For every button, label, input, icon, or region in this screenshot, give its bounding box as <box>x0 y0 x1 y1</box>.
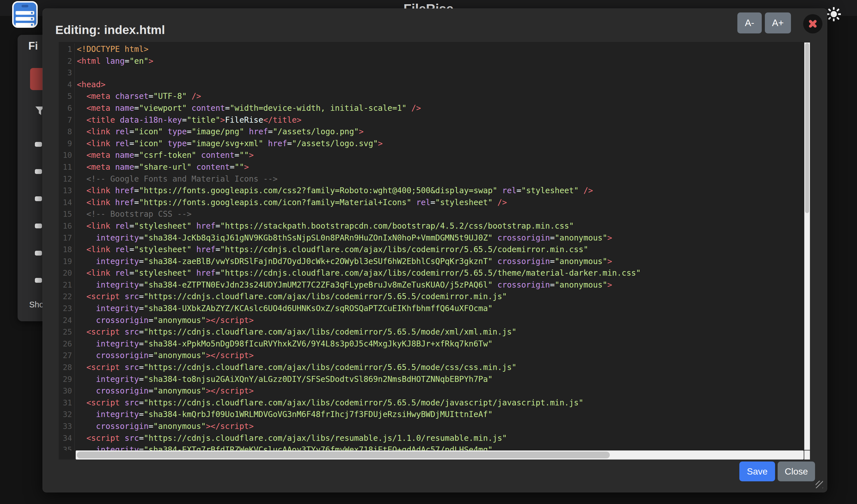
line-number: 24 <box>59 314 74 326</box>
line-number: 34 <box>59 432 74 444</box>
line-number: 2 <box>59 55 74 67</box>
vertical-scrollbar-thumb[interactable] <box>805 43 809 213</box>
code-line[interactable]: <link rel="icon" type="image/png" href="… <box>77 126 803 138</box>
code-line[interactable]: <script src="https://cdnjs.cloudflare.co… <box>77 432 803 444</box>
line-number: 22 <box>59 291 74 302</box>
code-line[interactable]: <script src="https://cdnjs.cloudflare.co… <box>77 326 803 338</box>
code-line[interactable]: <meta name="share-url" content=""> <box>77 161 803 173</box>
code-line[interactable]: <title data-i18n-key="title">FileRise</t… <box>77 114 803 126</box>
screen: FileRise Fi D <box>0 0 857 504</box>
code-line[interactable]: <script src="https://cdnjs.cloudflare.co… <box>77 291 803 302</box>
close-button[interactable]: Close <box>778 462 815 481</box>
line-number: 25 <box>59 326 74 338</box>
code-line[interactable]: integrity="sha384-to8njsu2GAiXQnY/aLGzz0… <box>77 373 803 385</box>
panel-heading: Fi <box>28 40 38 52</box>
code-line[interactable]: <!-- Bootstrap CSS --> <box>77 208 803 220</box>
code-line[interactable]: <script src="https://cdnjs.cloudflare.co… <box>77 362 803 373</box>
code-line[interactable]: <head> <box>77 79 803 91</box>
line-number: 12 <box>59 173 74 185</box>
code-line[interactable]: <link rel="stylesheet" href="https://sta… <box>77 220 803 232</box>
line-number: 30 <box>59 385 74 397</box>
line-number: 11 <box>59 161 74 173</box>
code-line[interactable]: <meta name="viewport" content="width=dev… <box>77 102 803 114</box>
line-number: 35 <box>59 444 74 450</box>
code-editor[interactable]: 1234567891011121314151617181920212223242… <box>59 42 810 459</box>
sun-icon <box>827 7 841 21</box>
code-line[interactable]: <link rel="icon" type="image/svg+xml" hr… <box>77 138 803 150</box>
code-line[interactable]: crossorigin="anonymous"></script> <box>77 314 803 326</box>
code-line[interactable]: <meta name="csrf-token" content=""> <box>77 149 803 161</box>
editor-code: <!DOCTYPE html><html lang="en"><head> <m… <box>77 44 803 450</box>
line-number: 1 <box>59 44 74 55</box>
code-line[interactable]: crossorigin="anonymous"></script> <box>77 350 803 362</box>
code-line[interactable]: <link rel="stylesheet" href="https://cdn… <box>77 267 803 279</box>
code-line[interactable]: integrity="sha384-JcKb8q3iqJ61gNV9KGb8th… <box>77 232 803 244</box>
file-row-checkbox[interactable] <box>35 169 42 174</box>
line-number: 27 <box>59 350 74 362</box>
line-number: 29 <box>59 373 74 385</box>
editor-gutter: 1234567891011121314151617181920212223242… <box>59 44 74 450</box>
file-row-checkbox[interactable] <box>35 278 42 283</box>
line-number: 15 <box>59 208 74 220</box>
code-line[interactable]: integrity="sha384-kmQrbJf09Uo1WRLMDVGoVG… <box>77 409 803 420</box>
font-size-increase-button[interactable]: A+ <box>765 13 791 33</box>
code-line[interactable]: integrity="sha384-EXTg7rBfdIRZWeKVCslucA… <box>77 444 803 450</box>
main-menu-button[interactable] <box>12 1 38 28</box>
vertical-scrollbar[interactable] <box>804 42 810 450</box>
line-number: 18 <box>59 244 74 256</box>
code-line[interactable]: <!-- Google Fonts and Material Icons --> <box>77 173 803 185</box>
line-number: 26 <box>59 338 74 350</box>
line-number: 28 <box>59 362 74 373</box>
code-line[interactable]: <link href="https://fonts.googleapis.com… <box>77 185 803 197</box>
file-row-checkbox[interactable] <box>35 196 42 201</box>
line-number: 20 <box>59 267 74 279</box>
line-number: 14 <box>59 197 74 209</box>
code-line[interactable]: integrity="sha384-zaeBlB/vwYsDRSlFajnDd7… <box>77 256 803 267</box>
panel-footer-text: Sho <box>29 300 44 309</box>
line-number: 17 <box>59 232 74 244</box>
code-line[interactable]: <link href="https://fonts.googleapis.com… <box>77 197 803 209</box>
horizontal-scrollbar[interactable] <box>76 450 804 459</box>
line-number: 31 <box>59 397 74 409</box>
font-size-decrease-button[interactable]: A- <box>737 13 762 33</box>
line-number: 5 <box>59 90 74 102</box>
horizontal-scrollbar-thumb[interactable] <box>77 452 610 458</box>
code-line[interactable]: crossorigin="anonymous"></script> <box>77 385 803 397</box>
file-row-checkbox[interactable] <box>35 224 42 228</box>
edit-file-modal: Editing: index.html A- A+ 12345678910111… <box>43 8 827 492</box>
editor-viewport: 1234567891011121314151617181920212223242… <box>59 42 810 450</box>
line-number: 3 <box>59 67 74 79</box>
line-number: 9 <box>59 138 74 150</box>
line-number: 4 <box>59 79 74 91</box>
line-number: 6 <box>59 102 74 114</box>
modal-title: Editing: index.html <box>55 23 165 37</box>
line-number: 21 <box>59 279 74 291</box>
line-number: 7 <box>59 114 74 126</box>
code-line[interactable] <box>77 67 803 79</box>
code-line[interactable]: integrity="sha384-UXbkZAbZYZ/KCAslc6UO4d… <box>77 302 803 314</box>
line-number: 13 <box>59 185 74 197</box>
scrollbar-corner <box>804 450 810 459</box>
modal-close-button[interactable] <box>803 14 822 33</box>
line-number: 8 <box>59 126 74 138</box>
code-line[interactable]: integrity="sha384-eZTPTN0EvJdn23s24UDYJm… <box>77 279 803 291</box>
line-number: 19 <box>59 256 74 267</box>
file-checkbox-list <box>35 142 42 283</box>
code-line[interactable]: <!DOCTYPE html> <box>77 44 803 55</box>
code-line[interactable]: <link rel="stylesheet" href="https://cdn… <box>77 244 803 256</box>
save-button[interactable]: Save <box>739 462 775 481</box>
file-row-checkbox[interactable] <box>35 251 42 256</box>
code-line[interactable]: <html lang="en"> <box>77 55 803 67</box>
line-number: 33 <box>59 420 74 432</box>
line-number: 10 <box>59 149 74 161</box>
line-number: 23 <box>59 302 74 314</box>
line-number: 32 <box>59 409 74 420</box>
code-line[interactable]: <meta charset="UTF-8" /> <box>77 90 803 102</box>
code-line[interactable]: integrity="sha384-xPpkMo5nDgD98fIcuRVYhx… <box>77 338 803 350</box>
line-number: 16 <box>59 220 74 232</box>
code-line[interactable]: <script src="https://cdnjs.cloudflare.co… <box>77 397 803 409</box>
file-row-checkbox[interactable] <box>35 142 42 147</box>
resize-handle-icon[interactable] <box>816 481 823 488</box>
code-line[interactable]: crossorigin="anonymous"></script> <box>77 420 803 432</box>
dark-mode-toggle[interactable] <box>827 7 841 21</box>
